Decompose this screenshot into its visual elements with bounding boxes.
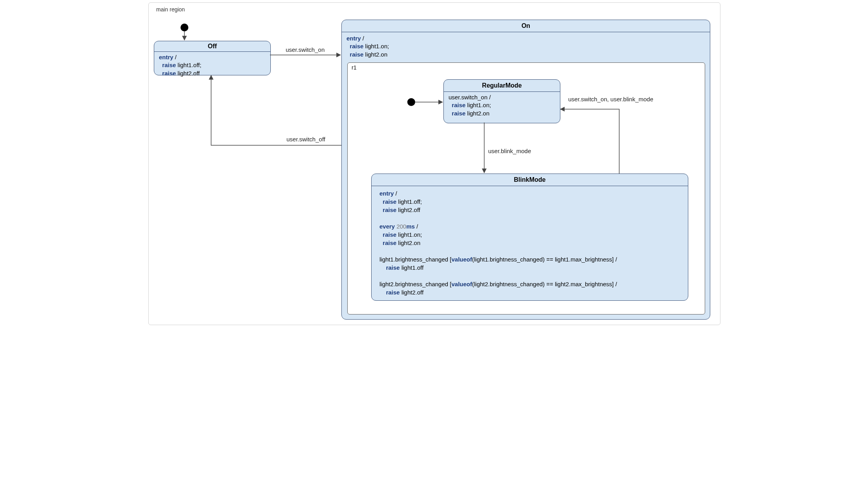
state-blink-title: BlinkMode [372,174,688,183]
initial-main [181,24,188,31]
state-on-body: entry / raise light1.on; raise light2.on [342,32,710,62]
state-on-title: On [342,20,710,29]
state-regularmode[interactable]: RegularMode user.switch_on / raise light… [443,79,560,123]
transition-blink-to-reg: user.switch_on, user.blink_mode [568,96,653,102]
state-off[interactable]: Off entry / raise light1.off; raise ligh… [154,41,271,75]
transition-on-to-off: user.switch_off [286,136,325,143]
state-off-title: Off [154,41,270,50]
transition-reg-to-blink: user.blink_mode [488,148,531,154]
state-regular-title: RegularMode [444,80,560,89]
statechart-canvas: main region Off entry / raise light1.off… [144,0,724,327]
state-regular-body: user.switch_on / raise light1.on; raise … [444,92,560,121]
main-region-title: main region [156,6,185,13]
inner-region-title: r1 [352,64,356,71]
initial-r1 [407,98,415,106]
state-off-body: entry / raise light1.off; raise light2.o… [154,52,270,80]
state-blink-body: entry / raise light1.off; raise light2.o… [372,186,688,300]
state-blinkmode[interactable]: BlinkMode entry / raise light1.off; rais… [371,174,688,301]
transition-off-to-on: user.switch_on [286,46,325,53]
